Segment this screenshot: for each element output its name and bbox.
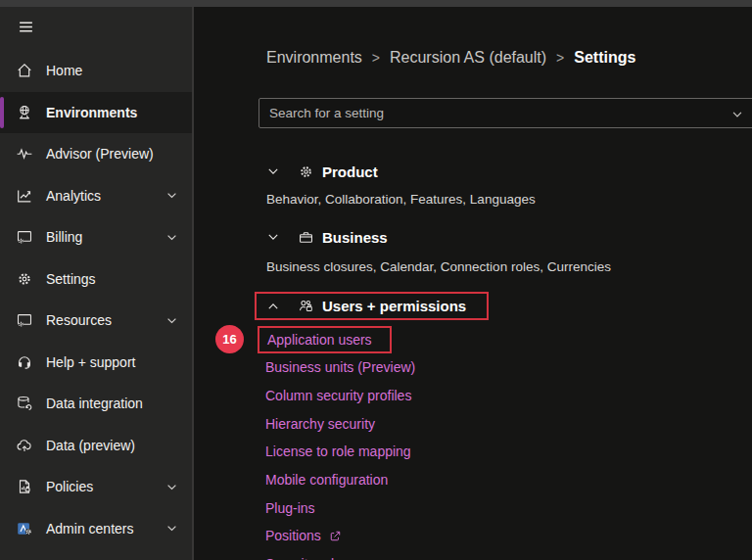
breadcrumb-environment-name[interactable]: Recursion AS (default) xyxy=(390,49,546,67)
sidebar-item-data-preview[interactable]: Data (preview) xyxy=(0,425,192,467)
sidebar-item-label: Admin centers xyxy=(46,521,133,537)
sidebar-nav: Home Environments Advisor (Preview) Anal… xyxy=(0,50,192,549)
hamburger-icon xyxy=(18,19,34,38)
sidebar-item-policies[interactable]: Policies xyxy=(0,466,192,508)
sidebar-item-label: Data (preview) xyxy=(46,438,135,453)
analytics-chart-icon xyxy=(16,187,33,205)
sidebar-item-analytics[interactable]: Analytics xyxy=(0,175,192,217)
chevron-down-icon xyxy=(165,481,178,493)
link-application-users[interactable]: Application users xyxy=(267,332,372,348)
main-content: Environments > Recursion AS (default) > … xyxy=(196,7,752,560)
admin-centers-app-icon xyxy=(16,520,33,537)
list-item: Plug-ins xyxy=(265,493,415,522)
sidebar-item-help-support[interactable]: Help + support xyxy=(0,342,192,384)
sidebar-item-label: Settings xyxy=(46,271,96,287)
home-icon xyxy=(16,62,33,79)
policy-document-icon xyxy=(16,478,33,495)
sidebar-item-data-integration[interactable]: Data integration xyxy=(0,383,192,425)
chevron-down-icon xyxy=(266,164,280,178)
list-item: Hierarchy security xyxy=(265,409,415,438)
chevron-up-icon xyxy=(266,300,280,313)
environments-globe-icon xyxy=(16,104,33,121)
section-header-product[interactable]: Product xyxy=(266,160,378,183)
people-lock-icon xyxy=(298,298,314,314)
section-title: Business xyxy=(322,229,388,246)
external-link-icon xyxy=(329,530,342,542)
link-column-security-profiles[interactable]: Column security profiles xyxy=(265,388,411,403)
settings-search-combobox[interactable]: Search for a setting xyxy=(258,98,752,128)
annotation-step-badge: 16 xyxy=(215,325,244,353)
chevron-down-icon xyxy=(165,231,178,244)
link-mobile-configuration[interactable]: Mobile configuration xyxy=(265,472,388,488)
breadcrumb-current-page: Settings xyxy=(574,49,635,67)
link-license-to-role-mapping[interactable]: License to role mapping xyxy=(265,443,411,459)
chevron-down-icon xyxy=(266,230,280,244)
sidebar-item-label: Policies xyxy=(46,479,93,494)
chevron-down-icon xyxy=(165,314,178,327)
list-item: License to role mapping xyxy=(265,438,415,466)
power-platform-admin-center: Home Environments Advisor (Preview) Anal… xyxy=(0,0,752,560)
sidebar-item-label: Analytics xyxy=(46,188,101,204)
sidebar-item-label: Home xyxy=(46,63,82,78)
section-header-users-permissions[interactable]: Users + permissions xyxy=(255,292,489,320)
sidebar-item-label: Resources xyxy=(46,312,112,328)
cloud-upload-icon xyxy=(16,437,33,454)
link-hierarchy-security[interactable]: Hierarchy security xyxy=(265,416,375,432)
billing-card-gear-icon xyxy=(16,228,33,246)
section-summary-business: Business closures, Calendar, Connection … xyxy=(266,259,611,274)
list-item: Column security profiles xyxy=(265,382,415,410)
briefcase-icon xyxy=(298,229,314,246)
breadcrumb-separator: > xyxy=(556,50,564,66)
advisor-pulse-icon xyxy=(16,145,33,163)
sidebar-item-label: Advisor (Preview) xyxy=(46,146,154,162)
sidebar-item-billing[interactable]: Billing xyxy=(0,216,192,258)
breadcrumb: Environments > Recursion AS (default) > … xyxy=(266,49,635,67)
sidebar-item-label: Data integration xyxy=(46,396,143,411)
settings-gear-icon xyxy=(16,270,33,288)
breadcrumb-separator: > xyxy=(372,50,380,66)
sidebar-item-advisor[interactable]: Advisor (Preview) xyxy=(0,133,192,175)
section-summary-product: Behavior, Collaboration, Features, Langu… xyxy=(266,192,536,207)
sidebar-item-settings[interactable]: Settings xyxy=(0,258,192,301)
section-title: Users + permissions xyxy=(322,298,466,314)
chevron-down-icon xyxy=(165,522,178,535)
section-title: Product xyxy=(322,163,378,180)
resources-card-gear-icon xyxy=(16,311,33,329)
search-placeholder: Search for a setting xyxy=(269,106,384,120)
section-header-business[interactable]: Business xyxy=(266,225,388,249)
chevron-down-icon xyxy=(165,189,178,202)
sidebar-item-home[interactable]: Home xyxy=(0,50,192,92)
link-business-units[interactable]: Business units (Preview) xyxy=(265,359,415,375)
sidebar-item-admin-centers[interactable]: Admin centers xyxy=(0,508,192,550)
sidebar-item-environments[interactable]: Environments xyxy=(0,92,192,134)
link-plug-ins[interactable]: Plug-ins xyxy=(265,500,315,516)
list-item: Business units (Preview) xyxy=(265,353,415,382)
list-item: Security roles xyxy=(265,550,415,560)
gear-icon xyxy=(298,163,314,180)
combobox-chevron-down-icon xyxy=(731,109,743,120)
list-item: Positions xyxy=(265,522,415,550)
sidebar-item-label: Environments xyxy=(46,105,137,120)
help-headset-icon xyxy=(16,353,33,371)
users-permissions-links: Business units (Preview) Column security… xyxy=(265,353,415,560)
sidebar-item-label: Billing xyxy=(46,229,82,245)
hamburger-menu-button[interactable] xyxy=(12,17,39,40)
window-top-strip xyxy=(0,0,752,7)
list-item: Mobile configuration xyxy=(265,466,415,494)
sidebar: Home Environments Advisor (Preview) Anal… xyxy=(0,7,194,560)
breadcrumb-environments[interactable]: Environments xyxy=(266,49,362,67)
sidebar-item-resources[interactable]: Resources xyxy=(0,300,192,342)
application-users-highlight-box: Application users xyxy=(258,326,392,353)
database-sync-icon xyxy=(16,395,33,412)
link-positions[interactable]: Positions xyxy=(265,528,321,543)
sidebar-item-label: Help + support xyxy=(46,354,135,370)
link-security-roles[interactable]: Security roles xyxy=(265,556,349,560)
